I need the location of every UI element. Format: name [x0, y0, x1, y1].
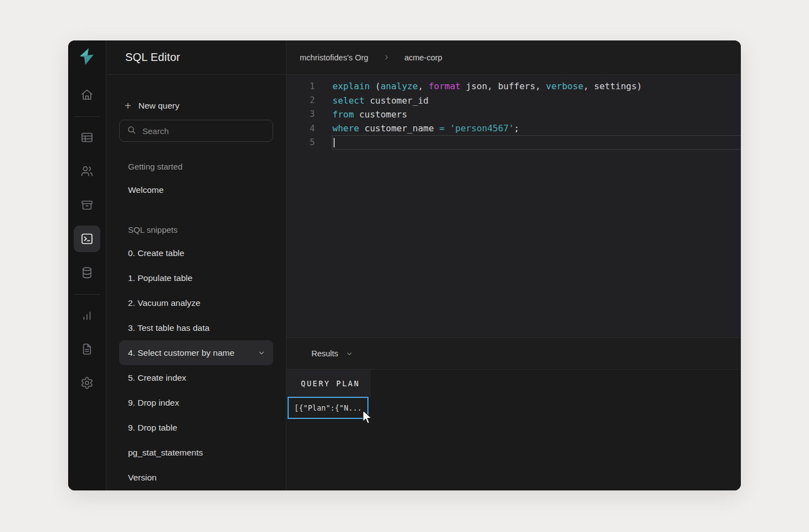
snippet-item-populate-table[interactable]: 1. Populate table — [119, 265, 273, 290]
line-number: 3 — [286, 109, 315, 119]
app-window: SQL Editor + New query Getting started W… — [68, 40, 741, 490]
archive-icon — [80, 198, 94, 212]
main-area: mchristofides's Org acme-corp 1 explain … — [286, 40, 741, 490]
bolt-logo-icon — [77, 47, 97, 69]
query-sidebar-body: + New query Getting started Welcome SQL … — [106, 75, 286, 490]
line-number: 5 — [286, 137, 315, 147]
snippet-item-label: Version — [128, 473, 157, 483]
icon-rail — [68, 40, 106, 490]
snippet-item-welcome[interactable]: Welcome — [119, 177, 273, 202]
query-sidebar: SQL Editor + New query Getting started W… — [106, 40, 286, 490]
nav-database-button[interactable] — [74, 259, 100, 286]
home-icon — [80, 88, 94, 101]
snippet-item-label: pg_stat_statements — [128, 448, 203, 458]
app-logo[interactable] — [68, 40, 106, 75]
nav-home-button[interactable] — [74, 81, 100, 108]
plus-icon: + — [125, 100, 131, 111]
nav-sql-editor-button[interactable] — [74, 226, 100, 252]
nav-users-button[interactable] — [74, 158, 100, 185]
breadcrumb-org[interactable]: mchristofides's Org — [300, 53, 368, 62]
snippet-item-label: 5. Create index — [128, 373, 186, 383]
nav-storage-button[interactable] — [74, 192, 100, 218]
breadcrumb: mchristofides's Org acme-corp — [286, 40, 741, 75]
snippet-item-version[interactable]: Version — [119, 465, 273, 490]
snippet-item-label: Welcome — [128, 185, 163, 195]
code-line-1: 1 explain (analyze, format json, buffers… — [286, 79, 741, 93]
snippet-item-vacuum-analyze[interactable]: 2. Vacuum analyze — [119, 290, 273, 315]
line-number: 1 — [286, 81, 315, 91]
current-line-highlight — [332, 135, 741, 150]
nav-tables-button[interactable] — [74, 124, 100, 151]
line-number: 4 — [286, 124, 315, 134]
search-input[interactable] — [142, 126, 265, 136]
code-line-2: 2 select customer_id — [286, 93, 741, 107]
file-text-icon — [80, 342, 94, 356]
section-getting-started: Getting started — [119, 155, 273, 177]
chevron-down-icon[interactable] — [346, 350, 353, 357]
snippet-item-label: 0. Create table — [128, 248, 185, 258]
snippet-item-test-table-has-data[interactable]: 3. Test table has data — [119, 315, 273, 340]
snippet-item-label: 1. Populate table — [128, 273, 192, 283]
query-plan-cell[interactable]: [{"Plan":{"N... — [288, 397, 368, 419]
snippet-item-label: 4. Select customer by name — [128, 348, 234, 358]
results-label: Results — [311, 349, 338, 358]
search-box — [119, 120, 273, 142]
results-bar: Results — [286, 338, 741, 370]
section-sql-snippets: SQL snippets — [119, 218, 273, 241]
code-line-3: 3 from customers — [286, 108, 741, 121]
snippet-item-pg-stat-statements[interactable]: pg_stat_statements — [119, 440, 273, 465]
nav-logs-button[interactable] — [74, 336, 100, 362]
snippet-item-select-customer-by-name[interactable]: 4. Select customer by name — [119, 340, 273, 365]
snippet-item-drop-index[interactable]: 9. Drop index — [119, 390, 273, 415]
snippet-item-create-table[interactable]: 0. Create table — [119, 241, 273, 265]
gear-icon — [80, 376, 94, 390]
new-query-label: New query — [139, 101, 180, 111]
query-plan-column-header: QUERY PLAN — [286, 370, 371, 397]
chevron-right-icon — [383, 54, 390, 60]
table-icon — [80, 131, 94, 144]
snippet-item-label: 3. Test table has data — [128, 323, 209, 333]
search-icon — [127, 125, 136, 137]
bar-chart-icon — [80, 309, 94, 322]
terminal-icon — [80, 232, 94, 245]
new-query-button[interactable]: + New query — [119, 100, 273, 111]
nav-monitoring-button[interactable] — [74, 302, 100, 329]
snippet-item-label: 9. Drop table — [128, 423, 177, 433]
snippet-item-create-index[interactable]: 5. Create index — [119, 365, 273, 390]
database-icon — [80, 266, 94, 279]
nav-settings-button[interactable] — [74, 370, 100, 396]
snippet-item-drop-table[interactable]: 9. Drop table — [119, 415, 273, 440]
rail-divider — [74, 294, 100, 295]
snippet-item-label: 2. Vacuum analyze — [128, 298, 201, 308]
users-icon — [80, 165, 94, 178]
sql-code-editor[interactable]: 1 explain (analyze, format json, buffers… — [286, 75, 741, 338]
page-title: SQL Editor — [106, 40, 286, 75]
snippet-item-label: 9. Drop index — [128, 398, 179, 408]
chevron-down-icon[interactable] — [258, 349, 265, 357]
line-number: 2 — [286, 95, 315, 105]
text-caret — [334, 138, 335, 147]
rail-divider — [74, 116, 100, 117]
results-table: QUERY PLAN [{"Plan":{"N... — [286, 370, 741, 490]
code-line-4: 4 where customer_name = 'person4567'; — [286, 121, 741, 135]
breadcrumb-project[interactable]: acme-corp — [404, 53, 443, 62]
